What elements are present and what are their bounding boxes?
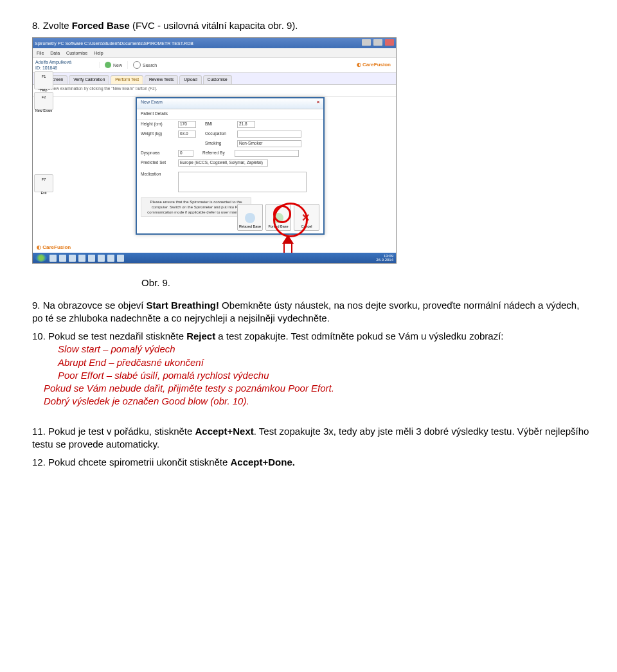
taskbar-app-icon[interactable]	[117, 255, 124, 262]
step-10-extra: Pokud se Vám nebude dařit, přijměte test…	[32, 382, 591, 408]
plus-icon	[105, 62, 111, 68]
tab-perform-test[interactable]: Perform Test	[111, 75, 143, 84]
dyspnoea-input[interactable]: 0	[178, 150, 193, 157]
row-predicted: Predicted Set Europe (ECCS, Cogswell, So…	[137, 158, 323, 168]
relaxed-base-button[interactable]: Relaxed Base	[237, 204, 263, 231]
dialog-close-icon[interactable]: ×	[317, 99, 319, 108]
smoking-select[interactable]: Non-Smoker	[237, 140, 301, 147]
taskbar-clock: 13:09 26.9.2014	[376, 254, 393, 262]
step-8-bold: Forced Base	[72, 20, 130, 31]
maximize-icon[interactable]	[373, 39, 382, 46]
weight-label: Weight (kg)	[141, 131, 174, 137]
minimize-icon[interactable]	[362, 39, 371, 46]
step-12-accept-done: Accept+Done.	[231, 457, 295, 468]
arrow-head-icon	[282, 235, 294, 244]
step-10-bullets: Slow start – pomalý výdech Abrupt End – …	[32, 343, 591, 382]
tab-review-tests[interactable]: Review Tests	[145, 75, 178, 84]
toolbar-new-label: New	[113, 62, 122, 68]
bullet-slow-start: Slow start – pomalý výdech	[58, 343, 591, 356]
menu-customise[interactable]: Customise	[66, 50, 87, 56]
tab-label: Verify Calibration	[73, 77, 105, 83]
fkey: F7	[35, 177, 53, 182]
exit-button[interactable]: F7 Exit	[34, 174, 53, 192]
menu-file[interactable]: File	[37, 50, 44, 56]
predicted-label: Predicted Set	[141, 160, 174, 166]
close-icon[interactable]	[385, 39, 394, 46]
tab-label: Customise	[208, 77, 228, 83]
clock-time: 13:09	[376, 254, 393, 259]
step-8-num: 8.	[32, 20, 40, 31]
medication-label: Medication	[141, 172, 174, 177]
step-12: 12. Pokud chcete spirometrii ukončit sti…	[32, 456, 591, 469]
dialog-subtitle: Patient Details	[137, 109, 323, 120]
taskbar-app-icon[interactable]	[88, 255, 95, 262]
tab-verify-calibration[interactable]: Verify Calibration	[69, 75, 109, 84]
patient-box: Adolfa Ampulková ID: 101848	[33, 58, 99, 73]
dialog-titlebar: New Exam ×	[137, 98, 323, 109]
step-11-num: 11.	[32, 426, 46, 437]
occupation-input[interactable]	[237, 131, 301, 138]
step-10-t1: Pokud se test nezdařil stiskněte	[48, 331, 186, 341]
step-8-suffix: (FVC - usilovná vitální kapacita obr. 9)…	[130, 20, 298, 31]
tab-upload[interactable]: Upload	[179, 75, 202, 84]
patient-id: ID: 101848	[35, 65, 96, 71]
height-input[interactable]: 170	[178, 121, 196, 128]
clock-date: 26.9.2014	[376, 258, 393, 262]
taskbar-app-icon[interactable]	[69, 255, 76, 262]
dyspnoea-label: Dyspnoea	[141, 150, 174, 156]
btn-label: Relaxed Base	[239, 224, 261, 229]
medication-textarea[interactable]	[178, 172, 307, 192]
menu-data[interactable]: Data	[50, 50, 60, 56]
window-title: Spirometry PC Software C:\Users\Student\…	[35, 41, 193, 46]
left-buttons: F1 Help F2 New Exam F7 Exit	[34, 71, 56, 195]
taskbar-app-icon[interactable]	[98, 255, 105, 262]
dialog-message: Please ensure that the Spirometer is con…	[141, 197, 251, 217]
red-circle-annotation-large	[273, 203, 308, 237]
toolbar: Adolfa Ampulková ID: 101848 New Search ◐…	[33, 58, 396, 73]
step-9-num: 9.	[32, 300, 40, 311]
step-10-t2: Pokud se Vám nebude dařit, přijměte test…	[44, 382, 591, 395]
step-10-num: 10.	[32, 331, 46, 341]
row-weight-occupation: Weight (kg) 63.0 Occupation	[137, 129, 323, 139]
tab-customise[interactable]: Customise	[203, 75, 232, 84]
weight-input[interactable]: 63.0	[178, 131, 196, 138]
toolbar-new[interactable]: New	[99, 62, 127, 68]
tab-strip: Start Screen Verify Calibration Perform …	[33, 73, 396, 85]
step-11: 11. Pokud je test v pořádku, stiskněte A…	[32, 425, 591, 451]
menu-help[interactable]: Help	[94, 50, 103, 56]
row-height-bmi: Height (cm) 170 BMI 21.8	[137, 120, 323, 129]
taskbar-app-icon[interactable]	[78, 255, 85, 262]
patient-name: Adolfa Ampulková	[35, 59, 96, 65]
hint-bar: Start a new examination by clicking the …	[33, 85, 396, 97]
menu-bar: File Data Customise Help	[33, 48, 396, 58]
tab-label: Perform Test	[115, 77, 139, 83]
toolbar-search[interactable]: Search	[127, 61, 162, 69]
footer-brand: ◐ CareFusion	[37, 244, 71, 251]
row-dyspnoea-referred: Dyspnoea 0 Referred By	[137, 149, 323, 158]
taskbar-icons	[49, 255, 124, 262]
app-screenshot: Spirometry PC Software C:\Users\Student\…	[32, 37, 397, 264]
taskbar-app-icon[interactable]	[59, 255, 66, 262]
left-btn-label: Exit	[40, 191, 46, 195]
footer-brand-text: CareFusion	[42, 244, 71, 250]
lungs-icon	[245, 213, 255, 223]
start-button-icon[interactable]	[35, 254, 47, 262]
step-12-num: 12.	[32, 457, 46, 468]
dialog-title: New Exam	[141, 99, 163, 108]
new-exam-button[interactable]: F2 New Exam	[34, 92, 53, 110]
step-8-prefix: Zvolte	[43, 20, 72, 31]
taskbar-app-icon[interactable]	[49, 255, 57, 262]
predicted-select[interactable]: Europe (ECCS, Cogswell, Solymar, Zapleta…	[178, 159, 268, 167]
step-10-t3: Dobrý výsledek je označen Good blow (obr…	[44, 395, 591, 408]
taskbar-app-icon[interactable]	[107, 255, 114, 262]
help-button[interactable]: F1 Help	[34, 71, 53, 89]
step-9-bold: Start Breathing!	[147, 300, 219, 311]
left-btn-label: Help	[40, 88, 47, 92]
toolbar-search-label: Search	[143, 62, 157, 68]
step-10-reject: Reject	[186, 331, 215, 341]
brand-logo: ◐ CareFusion	[357, 62, 396, 69]
step-10: 10. Pokud se test nezdařil stiskněte Rej…	[32, 330, 591, 408]
referred-input[interactable]	[235, 150, 299, 157]
occupation-label: Occupation	[205, 131, 233, 137]
fkey: F1	[35, 75, 53, 79]
